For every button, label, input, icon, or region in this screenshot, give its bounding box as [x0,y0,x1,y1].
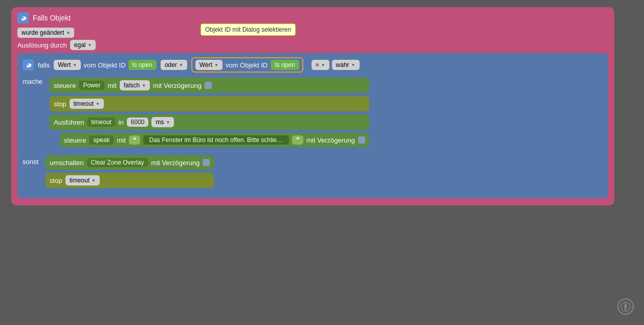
steuere-label-1: steuere [54,82,76,89]
stop-timeout-block-1: stop timeout [50,96,369,111]
power-pill[interactable]: Power [79,81,104,90]
quote-close-pill: ❞ [292,135,303,145]
vom-objekt-id-label-2: vom Objekt ID [226,61,268,69]
sonst-label: sonst [23,158,38,166]
gear-icon [17,12,29,24]
stop-label-2: stop [50,177,62,184]
quote-open-icon: ❝ [133,136,136,144]
steuere-label-2: steuere [64,136,86,144]
ms-dropdown[interactable]: ms [151,117,174,127]
mache-blocks: steuere Power mit falsch mit Verzögerung… [50,78,369,150]
ms-value[interactable]: 6000 [127,118,149,127]
svg-marker-1 [625,302,627,307]
svg-marker-2 [625,307,627,311]
in-label: in [119,119,124,126]
quote-open-pill: ❝ [129,135,140,145]
compass-icon[interactable] [617,298,634,315]
falls-label: falls [38,61,50,69]
quote-close-icon: ❞ [296,136,299,144]
wahr-dropdown[interactable]: wahr [332,60,360,70]
is-open-badge-2[interactable]: Is open [271,60,299,70]
speak-text-pill[interactable]: Das Fenster im Büro ist noch offen. Bitt… [143,135,289,145]
mit-label-2: mit [117,136,125,144]
is-open-badge-1[interactable]: Is open [128,60,157,70]
verzoegerung-checkbox-1[interactable] [205,82,212,89]
verzoegerung-checkbox-2[interactable] [358,136,365,144]
mit-verzoegerung-label-2: mit Verzögerung [306,136,355,144]
ausloesung-dropdown[interactable]: egal [70,40,96,50]
vom-objekt-id-label-1: vom Objekt ID [83,61,125,69]
mit-verzoegerung-label-1: mit Verzögerung [153,82,202,89]
ausfuehren-label: Ausführen [54,119,84,126]
wert-dropdown-2[interactable]: Wert [195,60,223,70]
stop-timeout-block-2: stop timeout [46,173,214,188]
falls-objekt-title: Falls Objekt [33,14,71,22]
condition-group-1: Wert vom Objekt ID Is open [54,60,157,70]
umschalten-block: umschalten Clear Zone Overlay mit Verzög… [46,155,214,170]
steuere-power-block: steuere Power mit falsch mit Verzögerung [50,78,369,93]
speak-pill[interactable]: speak [89,135,114,145]
timeout-pill[interactable]: timeout [87,118,115,127]
eq-dropdown[interactable]: = [312,60,329,70]
umschalten-label: umschalten [50,159,83,167]
falsch-dropdown[interactable]: falsch [120,80,150,90]
block-header: Falls Objekt [17,12,608,24]
wert-dropdown-1[interactable]: Wert [54,60,81,70]
mit-label-1: mit [107,82,116,89]
falls-header: falls Wert vom Objekt ID Is open oder We… [23,57,603,73]
ausloesung-row: Auslösung durch egal [17,40,608,50]
trigger-row: wurde geändert [17,28,608,38]
eq-wahr-group: = wahr [312,60,360,70]
trigger-dropdown[interactable]: wurde geändert [17,28,74,38]
outer-block: Falls Objekt wurde geändert Auslösung du… [11,7,614,205]
falls-gear-icon [23,59,34,71]
mit-verzoegerung-label-3: mit Verzögerung [151,159,200,167]
inner-blue-block: falls Wert vom Objekt ID Is open oder We… [17,53,608,198]
mache-section: mache steuere Power mit falsch mit Verzö… [23,78,603,150]
stop-label-1: stop [54,100,66,108]
timeout-dropdown-1[interactable]: timeout [70,99,104,109]
tooltip: Objekt ID mit Dialog selektieren [201,24,296,36]
condition-group-2-highlighted: Wert vom Objekt ID Is open [191,57,303,73]
sonst-section: sonst umschalten Clear Zone Overlay mit … [23,155,603,191]
ausfuehren-block: Ausführen timeout in 6000 ms [50,114,369,130]
timeout-dropdown-2[interactable]: timeout [65,175,100,185]
ausloesung-label: Auslösung durch [17,41,67,49]
mache-label: mache [23,78,42,85]
steuere-speak-block: steuere speak mit ❝ Das Fenster im Büro … [60,133,369,147]
oder-dropdown[interactable]: oder [161,60,187,70]
sonst-blocks: umschalten Clear Zone Overlay mit Verzög… [46,155,214,191]
verzoegerung-checkbox-3[interactable] [203,159,210,166]
clear-zone-pill[interactable]: Clear Zone Overlay [87,158,148,167]
